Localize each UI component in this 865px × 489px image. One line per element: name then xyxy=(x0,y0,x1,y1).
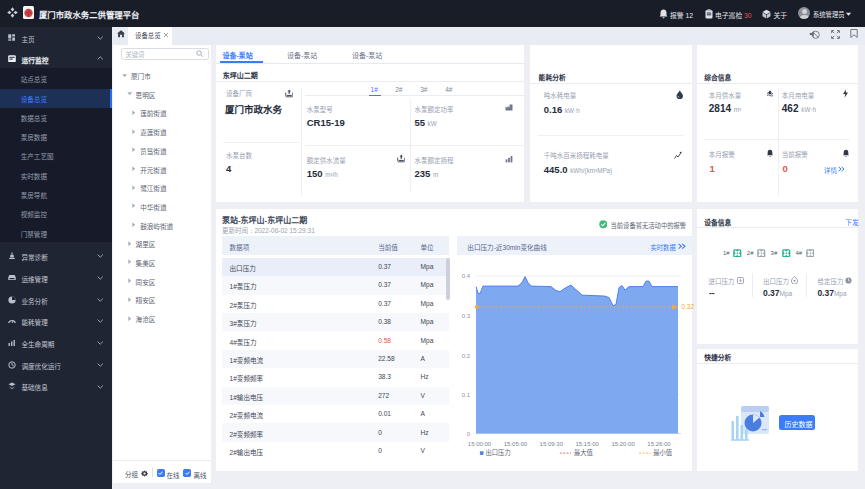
svg-text:15:05:00: 15:05:00 xyxy=(504,441,528,447)
svg-text:0.1: 0.1 xyxy=(462,392,471,398)
svg-text:15:00:00: 15:00:00 xyxy=(468,441,492,447)
svg-text:最小值: 最小值 xyxy=(653,449,673,458)
svg-text:最大值: 最大值 xyxy=(574,449,594,458)
svg-text:15:26:00: 15:26:00 xyxy=(647,441,671,447)
svg-text:0.4: 0.4 xyxy=(462,273,471,279)
svg-text:0: 0 xyxy=(467,431,471,437)
svg-text:0.32: 0.32 xyxy=(682,304,695,311)
svg-text:15:15:00: 15:15:00 xyxy=(576,441,600,447)
svg-text:出口压力: 出口压力 xyxy=(486,449,511,458)
svg-text:0.2: 0.2 xyxy=(462,353,471,359)
svg-text:15:20:00: 15:20:00 xyxy=(611,441,635,447)
svg-text:15:09:30: 15:09:30 xyxy=(540,441,564,447)
svg-text:0.3: 0.3 xyxy=(462,313,471,319)
